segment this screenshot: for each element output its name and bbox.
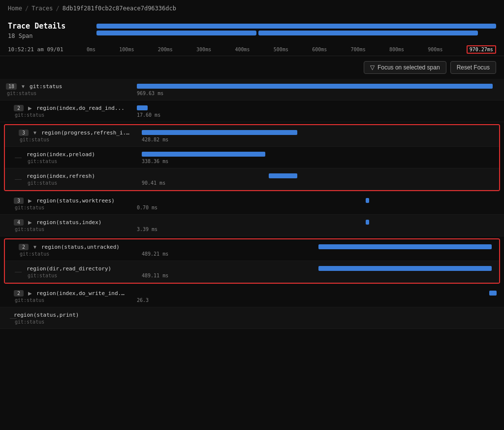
span-bar bbox=[366, 198, 369, 203]
span-bar bbox=[489, 291, 497, 296]
span-row[interactable]: region(status,print)git:status bbox=[0, 307, 504, 329]
span-left: 2▶region(index,do_write_ind...git:status bbox=[0, 286, 133, 307]
span-service: git:status bbox=[6, 91, 129, 96]
span-row[interactable]: region(index,refresh)git:status90.41 ms bbox=[5, 168, 499, 190]
span-name-row: 4▶region(status,index) bbox=[14, 219, 129, 226]
trace-span-count: 18 Span bbox=[8, 33, 87, 39]
span-left: 4▶region(status,index)git:status bbox=[0, 215, 133, 236]
span-duration: 489.21 ms bbox=[142, 251, 495, 257]
span-service: git:status bbox=[27, 273, 134, 278]
minimap-bar-top bbox=[96, 24, 496, 29]
spans-container[interactable]: 18▼git:statusgit:status969.63 ms2▶region… bbox=[0, 79, 504, 329]
focus-selected-span-button[interactable]: ▽ Focus on selected span bbox=[364, 61, 446, 74]
span-left: 2▶region(index,do_read_ind...git:status bbox=[0, 100, 133, 122]
span-count-badge: 18 bbox=[6, 83, 17, 90]
span-service: git:status bbox=[14, 319, 129, 325]
span-row[interactable]: 3▶region(status,worktrees)git:status0.70… bbox=[0, 193, 504, 215]
breadcrumb-trace-id: 8db19f281f0cb2c87eeace7d96336dcb bbox=[63, 5, 176, 12]
breadcrumb: Home / Traces / 8db19f281f0cb2c87eeace7d… bbox=[0, 0, 504, 17]
span-name: region(status,untracked) bbox=[41, 244, 120, 250]
span-bar-track bbox=[137, 197, 500, 204]
span-name-row: region(index,refresh) bbox=[27, 173, 134, 179]
span-name-row: 18▼git:status bbox=[6, 83, 129, 90]
span-toggle[interactable]: ▼ bbox=[32, 129, 38, 136]
span-left: 3▶region(status,worktrees)git:status bbox=[0, 193, 133, 214]
span-row[interactable]: 3▼region(progress,refresh_i...git:status… bbox=[5, 125, 499, 147]
span-bar bbox=[269, 173, 297, 178]
span-right bbox=[133, 307, 504, 329]
span-row[interactable]: 4▶region(status,index)git:status3.39 ms bbox=[0, 215, 504, 236]
tick-label-7: 700ms bbox=[351, 47, 366, 52]
span-bar bbox=[142, 130, 297, 135]
span-name-row: 2▶region(index,do_write_ind... bbox=[14, 290, 129, 297]
span-bar-track bbox=[137, 83, 500, 90]
span-row[interactable]: region(index,preload)git:status338.36 ms bbox=[5, 147, 499, 168]
span-name: region(status,print) bbox=[14, 312, 79, 318]
tick-label-3: 300ms bbox=[196, 47, 211, 52]
span-name: region(index,refresh) bbox=[27, 173, 95, 179]
span-bar-track bbox=[142, 129, 495, 136]
span-duration: 3.39 ms bbox=[137, 227, 500, 232]
span-right: 17.60 ms bbox=[133, 100, 504, 122]
span-service: git:status bbox=[14, 205, 129, 210]
span-right: 969.63 ms bbox=[133, 79, 504, 100]
span-bar-track bbox=[142, 151, 495, 158]
span-name: region(index,do_write_ind... bbox=[36, 290, 125, 297]
span-name-row: 3▶region(status,worktrees) bbox=[14, 197, 129, 204]
span-service: git:status bbox=[19, 251, 134, 257]
span-toggle[interactable]: ▶ bbox=[27, 197, 33, 204]
span-left: region(status,print)git:status bbox=[0, 307, 133, 329]
trace-title: Trace Details bbox=[8, 22, 87, 31]
span-toggle[interactable]: ▶ bbox=[27, 219, 33, 226]
tick-label-8: 800ms bbox=[389, 47, 404, 52]
span-service: git:status bbox=[14, 112, 129, 118]
span-bar bbox=[318, 266, 492, 271]
span-bar bbox=[142, 152, 265, 157]
span-duration: 26.3 bbox=[137, 298, 500, 303]
timeline-ticks: 0ms100ms200ms300ms400ms500ms600ms700ms80… bbox=[87, 45, 496, 54]
toolbar: ▽ Focus on selected span Reset Focus bbox=[0, 56, 504, 79]
span-count-badge: 4 bbox=[14, 219, 24, 226]
span-name: region(index,do_read_ind... bbox=[36, 105, 125, 111]
span-left: region(index,refresh)git:status bbox=[5, 168, 138, 190]
span-name: region(status,worktrees) bbox=[36, 198, 115, 204]
reset-focus-button[interactable]: Reset Focus bbox=[450, 61, 496, 74]
span-bar bbox=[137, 84, 493, 89]
span-bar-track bbox=[137, 219, 500, 226]
span-bar-track bbox=[142, 243, 495, 250]
span-toggle[interactable]: ▼ bbox=[32, 243, 38, 250]
span-toggle[interactable]: ▶ bbox=[27, 104, 33, 111]
span-left: 2▼region(status,untracked)git:status bbox=[5, 239, 138, 261]
minimap-bar-bottom bbox=[96, 31, 496, 35]
span-row[interactable]: 2▶region(index,do_write_ind...git:status… bbox=[0, 286, 504, 307]
minimap-seg1 bbox=[96, 31, 256, 35]
span-right: 338.36 ms bbox=[138, 147, 499, 168]
span-right: 489.11 ms bbox=[138, 261, 499, 282]
span-right: 0.70 ms bbox=[133, 193, 504, 214]
span-toggle[interactable]: ▶ bbox=[27, 290, 33, 297]
span-name-row: 3▼region(progress,refresh_i... bbox=[19, 129, 134, 136]
breadcrumb-home[interactable]: Home bbox=[8, 5, 22, 12]
span-count-badge: 2 bbox=[19, 244, 29, 250]
span-row[interactable]: 2▼region(status,untracked)git:status489.… bbox=[5, 239, 499, 261]
breadcrumb-traces[interactable]: Traces bbox=[32, 5, 53, 12]
span-bar-track bbox=[137, 314, 500, 321]
span-row[interactable]: 18▼git:statusgit:status969.63 ms bbox=[0, 79, 504, 100]
tick-label-5: 500ms bbox=[274, 47, 288, 52]
span-left: region(index,preload)git:status bbox=[5, 147, 138, 168]
tick-label-4: 400ms bbox=[235, 47, 250, 52]
span-right: 489.21 ms bbox=[138, 239, 499, 261]
span-toggle[interactable]: ▼ bbox=[20, 83, 27, 90]
span-row[interactable]: 2▶region(index,do_read_ind...git:status1… bbox=[0, 100, 504, 122]
span-service: git:status bbox=[27, 159, 134, 164]
span-right: 428.82 ms bbox=[138, 125, 499, 146]
span-name: region(index,preload) bbox=[27, 151, 95, 158]
span-name: git:status bbox=[30, 83, 62, 90]
span-bar bbox=[318, 244, 492, 249]
span-right: 90.41 ms bbox=[138, 168, 499, 190]
span-service: git:status bbox=[27, 180, 134, 186]
span-service: git:status bbox=[19, 137, 134, 142]
reset-focus-label: Reset Focus bbox=[457, 64, 490, 71]
span-row[interactable]: region(dir,read_directory)git:status489.… bbox=[5, 261, 499, 283]
timeline-timestamp: 10:52:21 am 09/01 bbox=[8, 46, 87, 53]
